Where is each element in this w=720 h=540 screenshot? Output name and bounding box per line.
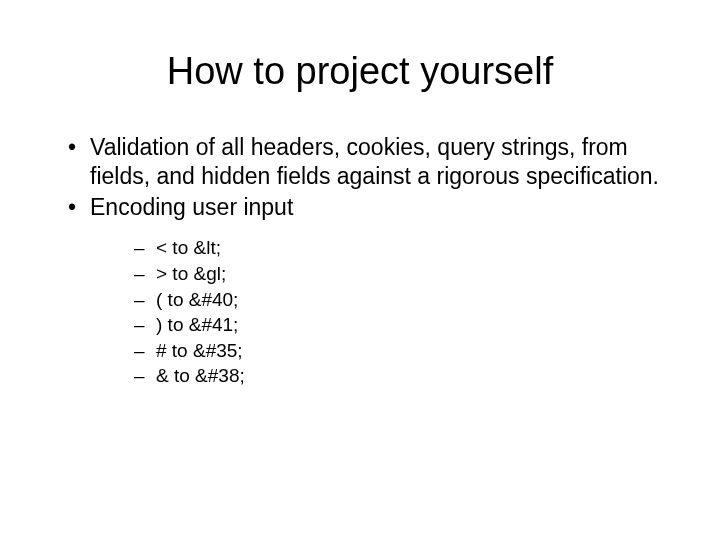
slide-title: How to project yourself <box>60 50 660 93</box>
bullet-list: Validation of all headers, cookies, quer… <box>60 133 660 389</box>
bullet-text: Encoding user input <box>90 194 293 220</box>
sub-bullet-item: > to &gl; <box>90 261 660 287</box>
bullet-item: Validation of all headers, cookies, quer… <box>60 133 660 191</box>
sub-bullet-list: < to &lt; > to &gl; ( to &#40; ) to &#41… <box>90 235 660 389</box>
slide: How to project yourself Validation of al… <box>0 0 720 540</box>
sub-bullet-item: & to &#38; <box>90 363 660 389</box>
sub-bullet-item: < to &lt; <box>90 235 660 261</box>
sub-bullet-item: ) to &#41; <box>90 312 660 338</box>
bullet-item: Encoding user input < to &lt; > to &gl; … <box>60 193 660 390</box>
sub-bullet-item: ( to &#40; <box>90 287 660 313</box>
sub-bullet-item: # to &#35; <box>90 338 660 364</box>
